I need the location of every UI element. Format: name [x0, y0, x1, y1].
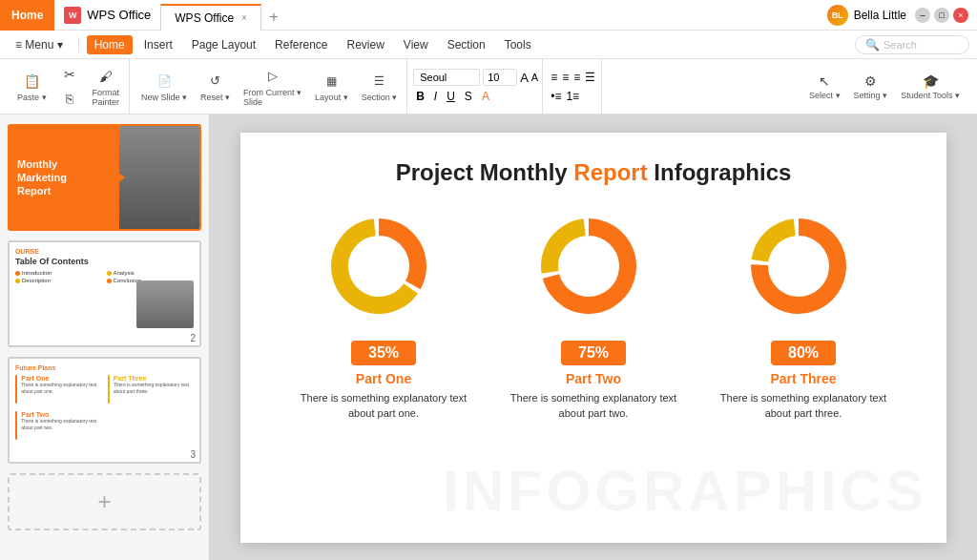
- cut-button[interactable]: ✂: [54, 63, 85, 86]
- tab-label: WPS Office: [175, 11, 234, 25]
- slide3-item1: Part One There is something explanatory …: [15, 375, 102, 404]
- paste-icon: 📋: [22, 72, 41, 91]
- close-button[interactable]: ×: [953, 8, 968, 23]
- font-size-decrease-button[interactable]: A: [531, 72, 538, 83]
- paste-button[interactable]: 📋 Paste ▾: [11, 68, 52, 106]
- slide-number-1: 1: [190, 217, 196, 227]
- donut-chart-1: [322, 209, 446, 333]
- menu-page-layout[interactable]: Page Layout: [184, 35, 263, 54]
- donut-chart-3: [741, 209, 865, 333]
- menu-hamburger[interactable]: ≡ Menu ▾: [8, 35, 71, 54]
- menu-reference[interactable]: Reference: [267, 35, 335, 54]
- chart-badge-1: 35%: [351, 341, 416, 365]
- chart-item-1: 35%Part OneThere is something explanator…: [298, 209, 469, 422]
- layout-button[interactable]: ▦ Layout ▾: [309, 68, 354, 106]
- avatar: BL: [827, 5, 848, 26]
- list-bullet-button[interactable]: •≡: [549, 88, 563, 105]
- underline-button[interactable]: U: [444, 89, 458, 104]
- slide3-item2: Part Two There is something explanatory …: [15, 411, 102, 440]
- main-area: MonthlyMarketingReport 1 OURSE Table Of …: [0, 114, 977, 560]
- slide1-bg-image: [119, 126, 199, 229]
- add-slide-button[interactable]: +: [8, 473, 201, 530]
- align-right-button[interactable]: ≡: [572, 69, 582, 86]
- slide2-preview: OURSE Table Of Contents Introduction Des…: [10, 242, 199, 345]
- student-tools-button[interactable]: 🎓 Student Tools ▾: [895, 70, 966, 104]
- reset-button[interactable]: ↺ Reset ▾: [195, 68, 236, 106]
- toolbar-group-right: ↖ Select ▾ ⚙ Setting ▾ 🎓 Student Tools ▾: [800, 59, 969, 114]
- slide-canvas[interactable]: INFOGRAPHICS Project Monthly Report Info…: [240, 133, 946, 543]
- search-icon: 🔍: [865, 38, 880, 52]
- title-bar: Home W WPS Office WPS Office × + BL Bell…: [0, 0, 977, 31]
- slide-number-2: 2: [190, 333, 196, 343]
- tab-close-button[interactable]: ×: [241, 12, 247, 23]
- toolbar-group-paste: 📋 Paste ▾ ✂ ⎘ 🖌 FormatPainter: [8, 59, 130, 114]
- chart-part-label-1: Part One: [356, 371, 411, 386]
- menu-insert[interactable]: Insert: [136, 35, 180, 54]
- font-size-increase-button[interactable]: A: [520, 71, 529, 85]
- maximize-button[interactable]: □: [934, 8, 949, 23]
- wps-logo-icon: W: [64, 7, 81, 24]
- menu-review[interactable]: Review: [339, 35, 391, 54]
- menu-tools[interactable]: Tools: [497, 35, 539, 54]
- slide2-item2: Description: [15, 278, 103, 283]
- copy-button[interactable]: ⎘: [54, 88, 85, 110]
- from-current-label: From Current ▾Slide: [243, 88, 301, 107]
- minimize-button[interactable]: –: [915, 8, 930, 23]
- slide3-line3: [108, 375, 110, 404]
- search-box[interactable]: 🔍 Search: [855, 35, 969, 54]
- slide-number-3: 3: [190, 449, 196, 460]
- menu-bar: ≡ Menu ▾ Home Insert Page Layout Referen…: [0, 31, 977, 59]
- align-left-button[interactable]: ≡: [549, 69, 559, 86]
- select-button[interactable]: ↖ Select ▾: [803, 70, 846, 104]
- chart-badge-2: 75%: [561, 341, 626, 365]
- menu-view[interactable]: View: [396, 35, 436, 54]
- home-tab-button[interactable]: Home: [0, 0, 54, 31]
- setting-label: Setting ▾: [854, 91, 888, 100]
- slide2-dot1: [15, 271, 20, 276]
- add-tab-button[interactable]: +: [261, 5, 286, 30]
- slide-thumb-3[interactable]: Future Plans Part One There is something…: [8, 357, 201, 464]
- slide3-header-accent: Plans: [38, 364, 56, 371]
- slide3-item3: Part Three There is something explanator…: [108, 375, 195, 404]
- chart-desc-3: There is something explanatory text abou…: [717, 390, 889, 422]
- menu-home[interactable]: Home: [87, 35, 133, 54]
- student-tools-icon: 🎓: [923, 73, 939, 89]
- setting-button[interactable]: ⚙ Setting ▾: [848, 70, 894, 104]
- format-painter-button[interactable]: 🖌 FormatPainter: [87, 63, 126, 111]
- search-placeholder: Search: [883, 39, 917, 51]
- slide2-item1-label: Introduction: [22, 270, 52, 276]
- new-slide-button[interactable]: 📄 New Slide ▾: [135, 68, 193, 106]
- font-name-input[interactable]: [413, 69, 480, 86]
- slide3-body: Part One There is something explanatory …: [15, 375, 194, 440]
- slide2-dot2: [15, 279, 20, 283]
- slide-watermark: INFOGRAPHICS: [443, 458, 927, 524]
- font-color-button[interactable]: A: [479, 89, 492, 104]
- document-tab[interactable]: WPS Office ×: [160, 4, 261, 31]
- slide2-title: Table Of Contents: [15, 257, 194, 266]
- slide-panel: MonthlyMarketingReport 1 OURSE Table Of …: [0, 114, 210, 560]
- section-button[interactable]: ☰ Section ▾: [356, 68, 404, 106]
- slide2-dot3: [107, 271, 112, 276]
- slide3-items-right: Part Three There is something explanator…: [108, 375, 195, 440]
- bold-button[interactable]: B: [413, 89, 427, 104]
- align-justify-button[interactable]: ☰: [583, 69, 597, 86]
- toolbar-group-align: ≡ ≡ ≡ ☰ •≡ 1≡: [545, 59, 602, 114]
- toolbar-group-slides: 📄 New Slide ▾ ↺ Reset ▾ ▷ From Current ▾…: [132, 59, 407, 114]
- menu-section[interactable]: Section: [440, 35, 493, 54]
- slide-thumb-1[interactable]: MonthlyMarketingReport 1: [8, 124, 201, 231]
- from-current-slide-button[interactable]: ▷ From Current ▾Slide: [238, 63, 307, 111]
- slide1-arrow: [98, 156, 125, 198]
- slide2-item3: Analysis: [107, 270, 195, 276]
- align-center-button[interactable]: ≡: [560, 69, 571, 86]
- italic-button[interactable]: I: [431, 89, 440, 104]
- slide2-item3-label: Analysis: [114, 270, 135, 276]
- font-size-input[interactable]: [483, 69, 517, 86]
- paste-label: Paste ▾: [17, 93, 47, 102]
- section-icon: ☰: [369, 72, 388, 91]
- student-tools-label: Student Tools ▾: [901, 91, 960, 100]
- slide3-text2: Part Two There is something explanatory …: [21, 411, 101, 431]
- tab-bar: WPS Office × +: [160, 0, 819, 31]
- slide-thumb-2[interactable]: OURSE Table Of Contents Introduction Des…: [8, 240, 201, 347]
- list-number-button[interactable]: 1≡: [564, 88, 581, 105]
- strikethrough-button[interactable]: S: [462, 89, 475, 104]
